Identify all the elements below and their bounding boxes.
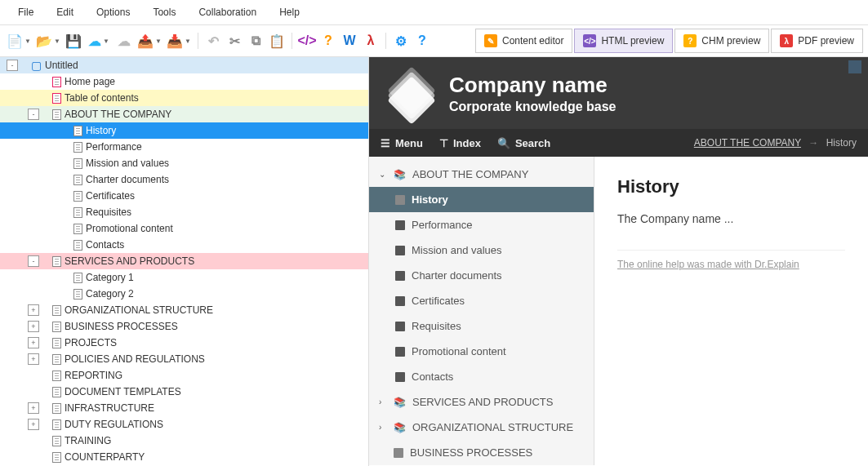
sidebar-section-item[interactable]: ⌄📚ABOUT THE COMPANY bbox=[369, 162, 594, 187]
tree-row[interactable]: Promotional content bbox=[0, 220, 368, 237]
expand-icon[interactable]: + bbox=[28, 321, 39, 332]
expand-icon[interactable]: + bbox=[28, 353, 39, 365]
open-file-icon[interactable]: 📂▼ bbox=[34, 31, 62, 51]
toolbar-separator bbox=[385, 33, 386, 49]
toolbar: 📄▼📂▼💾☁▼☁📤▼📥▼↶✂⧉📋</>?Wλ⚙? ✎Content editor… bbox=[0, 25, 868, 57]
expand-icon[interactable]: + bbox=[28, 419, 39, 430]
tree-row[interactable]: +ORGANIZATIONAL STRUCTURE bbox=[0, 302, 368, 318]
collapse-icon[interactable]: - bbox=[7, 60, 18, 71]
sidebar-child-item[interactable]: Promotional content bbox=[369, 339, 594, 364]
sidebar-child-item[interactable]: Certificates bbox=[369, 288, 594, 313]
chm-preview-tab[interactable]: ?CHM preview bbox=[674, 29, 769, 53]
menu-options[interactable]: Options bbox=[85, 3, 141, 21]
tree-row[interactable]: Performance bbox=[0, 139, 368, 155]
export-icon[interactable]: 📤▼ bbox=[136, 31, 163, 51]
tree-row[interactable]: -▢Untitled bbox=[0, 57, 368, 73]
expand-icon[interactable]: + bbox=[28, 337, 39, 348]
menu-file[interactable]: File bbox=[7, 3, 45, 21]
sidebar-child-item[interactable]: Performance bbox=[369, 212, 594, 237]
tree-row[interactable]: Requisites bbox=[0, 204, 368, 220]
sidebar-child-item[interactable]: Contacts bbox=[369, 364, 594, 389]
paste-icon[interactable]: 📋 bbox=[267, 31, 287, 51]
lock-icon bbox=[42, 257, 51, 265]
breadcrumb-parent[interactable]: ABOUT THE COMPANY bbox=[694, 137, 801, 149]
menubar: FileEditOptionsToolsCollaborationHelp bbox=[0, 0, 868, 25]
tree-row[interactable]: REPORTING bbox=[0, 367, 368, 384]
menu-edit[interactable]: Edit bbox=[45, 3, 85, 21]
tree-label: Mission and values bbox=[86, 158, 169, 169]
tree-row[interactable]: +POLICIES AND REGULATIONS bbox=[0, 351, 368, 367]
page-icon bbox=[395, 296, 405, 306]
cloud-icon[interactable]: ☁ bbox=[114, 31, 134, 51]
tree-row[interactable]: -SERVICES AND PRODUCTS bbox=[0, 253, 368, 269]
document-icon bbox=[52, 305, 61, 316]
edit-header-icon[interactable] bbox=[848, 60, 861, 73]
company-logo-icon bbox=[389, 70, 434, 116]
tree-label: ORGANIZATIONAL STRUCTURE bbox=[65, 304, 213, 316]
pdf-preview-tab[interactable]: λPDF preview bbox=[771, 29, 863, 53]
nav-search[interactable]: 🔍Search bbox=[497, 137, 550, 149]
tree-row[interactable]: Contacts bbox=[0, 237, 368, 253]
expand-icon[interactable]: + bbox=[28, 304, 39, 316]
pdf-icon[interactable]: λ bbox=[361, 31, 381, 51]
tree-row[interactable]: COUNTERPARTY bbox=[0, 449, 368, 465]
copy-icon[interactable]: ⧉ bbox=[246, 31, 265, 51]
tree-row[interactable]: Charter documents bbox=[0, 171, 368, 188]
collapse-icon[interactable]: - bbox=[28, 109, 39, 120]
sidebar-child-item[interactable]: Requisites bbox=[369, 313, 594, 339]
tree-row[interactable]: +DUTY REGULATIONS bbox=[0, 416, 368, 433]
document-icon bbox=[52, 338, 61, 348]
content-body: The Company name ... bbox=[617, 212, 845, 225]
document-icon bbox=[73, 175, 82, 185]
collapse-icon[interactable]: - bbox=[28, 255, 39, 267]
document-icon bbox=[73, 142, 82, 153]
code-icon[interactable]: </> bbox=[297, 31, 317, 51]
expand-icon[interactable]: + bbox=[28, 402, 39, 414]
word-icon[interactable]: W bbox=[340, 31, 359, 51]
help-icon[interactable]: ? bbox=[318, 31, 338, 51]
menu-collaboration[interactable]: Collaboration bbox=[187, 3, 268, 21]
cut-icon[interactable]: ✂ bbox=[225, 31, 244, 51]
tree-row[interactable]: +PROJECTS bbox=[0, 335, 368, 351]
sidebar-section-item[interactable]: ›📚SERVICES AND PRODUCTS bbox=[369, 389, 594, 415]
toolbar-separator bbox=[198, 33, 198, 49]
tree-row[interactable]: +BUSINESS PROCESSES bbox=[0, 318, 368, 335]
lock-icon bbox=[64, 175, 72, 184]
sidebar-child-item[interactable]: Mission and values bbox=[369, 237, 594, 263]
lock-icon bbox=[42, 404, 51, 412]
tree-row[interactable]: TRAINING bbox=[0, 433, 368, 449]
tree-row[interactable]: -ABOUT THE COMPANY bbox=[0, 106, 368, 122]
tree-row[interactable]: Category 2 bbox=[0, 286, 368, 302]
sidebar-child-item[interactable]: History bbox=[369, 187, 594, 212]
tree-row[interactable]: Table of contents bbox=[0, 90, 368, 106]
new-file-icon[interactable]: 📄▼ bbox=[5, 31, 33, 51]
content-editor-tab[interactable]: ✎Content editor bbox=[475, 29, 572, 53]
nav-menu[interactable]: ☰Menu bbox=[381, 137, 423, 149]
tree-row[interactable]: Certificates bbox=[0, 188, 368, 204]
tree-label: PROJECTS bbox=[65, 337, 117, 348]
html-preview-tab[interactable]: </>HTML preview bbox=[574, 29, 673, 53]
undo-icon[interactable]: ↶ bbox=[203, 31, 223, 51]
about-icon[interactable]: ? bbox=[412, 31, 432, 51]
tree-row[interactable]: History bbox=[0, 122, 368, 139]
save-icon[interactable]: 💾 bbox=[64, 31, 83, 51]
document-icon bbox=[52, 93, 61, 104]
export-alt-icon[interactable]: 📥▼ bbox=[165, 31, 193, 51]
settings-icon[interactable]: ⚙ bbox=[391, 31, 411, 51]
tree-row[interactable]: Home page bbox=[0, 73, 368, 90]
menu-help[interactable]: Help bbox=[268, 3, 311, 21]
menu-tools[interactable]: Tools bbox=[141, 3, 187, 21]
cloud-upload-icon[interactable]: ☁▼ bbox=[85, 31, 113, 51]
tree-row[interactable]: Mission and values bbox=[0, 155, 368, 171]
sidebar-child-item[interactable]: Charter documents bbox=[369, 263, 594, 288]
sidebar-section-item[interactable]: BUSINESS PROCESSES bbox=[369, 440, 594, 465]
content-footer-link[interactable]: The online help was made with Dr.Explain bbox=[617, 250, 845, 270]
breadcrumb-current: History bbox=[826, 137, 857, 149]
tree-row[interactable]: DOCUMENT TEMPLATES bbox=[0, 384, 368, 400]
sidebar-section-item[interactable]: ›📚ORGANIZATIONAL STRUCTURE bbox=[369, 415, 594, 440]
nav-index[interactable]: ⊤Index bbox=[439, 137, 481, 149]
tree-row[interactable]: Category 1 bbox=[0, 269, 368, 286]
content-editor-tab-label: Content editor bbox=[502, 35, 563, 47]
document-icon bbox=[73, 126, 82, 136]
tree-row[interactable]: +INFRASTRUCTURE bbox=[0, 400, 368, 416]
